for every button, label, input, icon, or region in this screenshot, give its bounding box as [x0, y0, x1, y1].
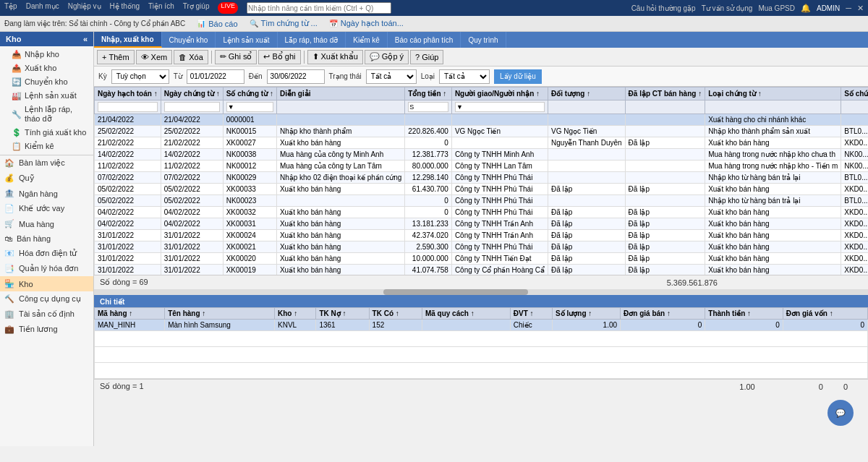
ghi-so-icon: ✏ [220, 52, 226, 61]
them-button[interactable]: + Thêm [97, 50, 135, 64]
sidebar-nav-hoa-don-dt[interactable]: 📧 Hóa đơn điện tử [0, 246, 93, 261]
sidebar-item-kiem-ke[interactable]: 📋 Kiểm kê [0, 140, 93, 153]
menu-tien-ich[interactable]: Tiện ích [148, 2, 174, 14]
h-scrollbar[interactable] [94, 289, 868, 295]
table-row[interactable]: 31/01/2022 31/01/2022 XK00024 Xuất kho b… [95, 230, 869, 241]
cell-tong-tien: 12.381.773 [405, 149, 452, 161]
search-input[interactable] [247, 2, 391, 14]
xuat-khau-button[interactable]: ⬆ Xuất khẩu [307, 50, 363, 64]
detail-cell-don-gia-ban: 0 [621, 320, 705, 331]
sidebar-item-lenh-lap-rap[interactable]: 🔧 Lệnh lắp ráp, tháo dỡ [0, 103, 93, 126]
tab-chuyen-kho[interactable]: Chuyển kho [162, 32, 216, 48]
tab-nhap-xuat-kho[interactable]: Nhập, xuất kho [94, 32, 162, 48]
table-row[interactable]: 14/02/2022 14/02/2022 NK00038 Mua hàng c… [95, 149, 869, 161]
find-from-btn[interactable]: 🔍 Tìm chứng từ ... [250, 19, 318, 28]
accounting-day-btn[interactable]: 📅 Ngày hạch toán... [329, 19, 404, 28]
cell-dien-giai: Xuất kho bán hàng [276, 265, 404, 275]
filter-ngay-ht[interactable] [98, 102, 158, 112]
buy-link[interactable]: Mua GPSD [758, 4, 795, 12]
chat-bubble[interactable]: 💬 [827, 400, 854, 426]
menu-tro-giup[interactable]: Trợ giúp [183, 2, 210, 14]
sidebar-nav-ngan-hang[interactable]: 🏦 Ngân hàng [0, 186, 93, 201]
detail-col-thanh-tien: Thành tiền ↑ [705, 308, 783, 320]
ke-uoc-icon: 📄 [4, 204, 14, 213]
filter-ngay-ct[interactable] [164, 102, 220, 112]
help-link[interactable]: Câu hỏi thường gặp [631, 4, 696, 12]
cell-da-lap [625, 195, 705, 207]
tab-kiem-ke[interactable]: Kiểm kê [346, 32, 388, 48]
sidebar-nav-ke-uoc-vay[interactable]: 📄 Khế ước vay [0, 201, 93, 216]
table-row[interactable]: 25/02/2022 25/02/2022 NK00015 Nhập kho t… [95, 126, 869, 137]
col-dien-giai: Diễn giải [276, 87, 404, 100]
cell-ngay-ct: 25/02/2022 [161, 126, 223, 137]
sidebar-item-chuyen-kho[interactable]: 🔄 Chuyển kho [0, 75, 93, 89]
filter-so-ct[interactable] [226, 102, 273, 112]
table-row[interactable]: 21/04/2022 21/04/2022 0000001 Xuất hàng … [95, 114, 869, 126]
cell-ngay-ht: 21/04/2022 [95, 114, 161, 126]
den-input[interactable] [267, 69, 325, 84]
giup-button[interactable]: ? Giúp [410, 50, 443, 64]
table-row[interactable]: 07/02/2022 07/02/2022 NK00029 Nhập kho 0… [95, 172, 869, 184]
trang-thai-select[interactable]: Tất cả [366, 69, 417, 84]
cell-ngay-ht: 31/01/2022 [95, 230, 161, 241]
filter-tong-tien[interactable] [408, 102, 448, 112]
sidebar-nav-mua-hang[interactable]: 🛒 Mua hàng [0, 216, 93, 231]
table-row[interactable]: 04/02/2022 04/02/2022 XK00031 Xuất kho b… [95, 218, 869, 230]
table-row[interactable]: 31/01/2022 31/01/2022 XK00021 Xuất kho b… [95, 241, 869, 253]
menu-nghiep-vu[interactable]: Nghiệp vụ [68, 2, 101, 14]
report-btn[interactable]: 📊 Báo cáo [197, 20, 237, 28]
cell-nguoi-giao: Công ty TNHH Lan Tâm [451, 161, 548, 172]
sidebar-nav-kho[interactable]: 🏪 Kho [0, 276, 93, 291]
table-row[interactable]: 21/02/2022 21/02/2022 XK00027 Xuất kho b… [95, 137, 869, 149]
table-row[interactable]: 11/02/2022 11/02/2022 NK00012 Mua hàng c… [95, 161, 869, 172]
tu-input[interactable] [187, 69, 244, 84]
sidebar-item-nhap-kho[interactable]: 📥 Nhập kho [0, 48, 93, 61]
sidebar-nav-quy[interactable]: 💰 Quỹ [0, 171, 93, 186]
admin-label: ADMIN [817, 4, 840, 12]
table-row[interactable]: 05/02/2022 05/02/2022 XK00033 Xuất kho b… [95, 184, 869, 195]
table-row[interactable]: 04/02/2022 04/02/2022 XK00032 Xuất kho b… [95, 207, 869, 218]
sidebar-item-xuat-kho[interactable]: 📤 Xuất kho [0, 61, 93, 75]
gop-y-button[interactable]: 💬 Gộp ý [365, 50, 409, 64]
table-row[interactable]: 05/02/2022 05/02/2022 NK00023 0 Công ty … [95, 195, 869, 207]
xoa-button[interactable]: 🗑 Xóa [174, 50, 208, 64]
tab-lap-rap[interactable]: Lắp ráp, tháo dỡ [278, 32, 346, 48]
cell-dien-giai: Mua hàng của công ty Minh Anh [276, 149, 404, 161]
sidebar-nav-quan-ly-hd[interactable]: 📑 Quản lý hóa đơn [0, 261, 93, 276]
cell-tong-tien: 80.000.000 [405, 161, 452, 172]
detail-table-row[interactable]: MAN_HINH Màn hình Samsung KNVL 1361 152 … [95, 320, 868, 331]
sidebar-item-tinh-gia[interactable]: 💲 Tính giá xuất kho [0, 126, 93, 140]
menu-danh-muc[interactable]: Danh mục [26, 2, 59, 14]
sidebar: Kho « 📥 Nhập kho 📤 Xuất kho 🔄 Chuyển kho… [0, 32, 94, 446]
cell-ngay-ht: 31/01/2022 [95, 265, 161, 275]
loai-select[interactable]: Tất cả [439, 69, 490, 84]
menu-tep[interactable]: Tệp [4, 2, 17, 14]
sidebar-nav-ban-hang[interactable]: 🛍 Bán hàng [0, 231, 93, 246]
trang-thai-label: Trạng thái [329, 72, 362, 80]
sidebar-nav-cong-cu[interactable]: 🔨 Công cụ dụng cụ [0, 291, 93, 307]
bell-icon[interactable]: 🔔 [801, 4, 811, 13]
table-row[interactable]: 31/01/2022 31/01/2022 XK00019 Xuất kho b… [95, 265, 869, 275]
xem-button[interactable]: 👁 Xem [136, 50, 173, 64]
table-row[interactable]: 31/01/2022 31/01/2022 XK00020 Xuất kho b… [95, 253, 869, 265]
sidebar-nav-tai-san[interactable]: 🏢 Tài sản cố định [0, 307, 93, 322]
bo-ghi-button[interactable]: ↩ Bổ ghi [258, 50, 300, 64]
tab-lenh-san-xuat[interactable]: Lệnh sản xuất [216, 32, 277, 48]
sidebar-nav-ban-lam-viec[interactable]: 🏠 Bàn làm việc [0, 155, 93, 171]
cell-ngay-ct: 31/01/2022 [161, 230, 223, 241]
menu-he-thong[interactable]: Hệ thống [110, 2, 140, 14]
sidebar-nav-tien-luong[interactable]: 💼 Tiền lương [0, 322, 93, 337]
sidebar-item-lenh-san-xuat[interactable]: 🏭 Lệnh sản xuất [0, 89, 93, 103]
lay-du-lieu-button[interactable]: Lấy dữ liệu [494, 69, 542, 84]
consult-link[interactable]: Tư vấn sử dụng [702, 4, 753, 12]
window-min[interactable]: ─ [846, 4, 851, 12]
filter-nguoi-giao[interactable] [455, 102, 545, 112]
ky-select[interactable]: Tuỳ chọn [111, 69, 169, 84]
tab-bao-cao[interactable]: Báo cáo phân tích [388, 32, 461, 48]
detail-cell-tk-no: 1361 [316, 320, 369, 331]
cell-nguoi-giao: Công ty TNHH Phú Thái [451, 207, 548, 218]
sidebar-collapse[interactable]: « [83, 35, 88, 43]
window-close[interactable]: ✕ [857, 4, 864, 13]
tab-quy-trinh[interactable]: Quy trình [461, 32, 506, 48]
ghi-so-button[interactable]: ✏ Ghi sổ [215, 50, 258, 64]
